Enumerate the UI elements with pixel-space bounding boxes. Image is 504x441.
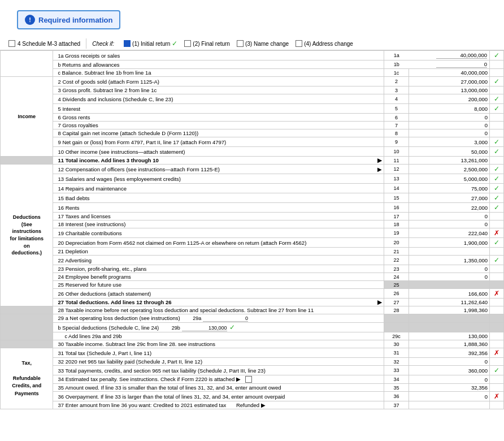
line-1a-value[interactable]: [436, 52, 487, 59]
line-27-row: 27 Total deductions. Add lines 12 throug…: [1, 299, 504, 306]
line-35-icon: [490, 384, 504, 392]
check-if-label: Check if:: [92, 41, 114, 47]
line-1a-icon: ✓: [490, 51, 504, 60]
line-21-row: 21 Depletion 21: [1, 248, 504, 256]
line-37-value: [409, 401, 489, 409]
line-10-icon: ✓: [490, 147, 504, 157]
line-33-row: 33 Total payments, credits, and section …: [1, 366, 504, 375]
line-16-icon: ✓: [490, 203, 504, 213]
line-29a-input[interactable]: [203, 315, 248, 322]
schedule-m3-checkbox[interactable]: [8, 40, 15, 47]
line-7-value: 0: [409, 122, 489, 129]
line-26-icon: ✗: [490, 289, 504, 299]
line-3-value: 13,000,000: [409, 87, 489, 94]
line-25-value: [409, 281, 489, 289]
line-4-icon: ✓: [490, 94, 504, 104]
line-22-value: 1,350,000: [409, 256, 489, 265]
check-if-row: Check if: (1) Initial return ✓ (2) Final…: [92, 38, 496, 49]
line-19-row: 19 Charitable contributions 19 222,040 ✗: [1, 228, 504, 238]
line-29-section: [1, 314, 53, 340]
line-1b-value[interactable]: [436, 61, 487, 68]
line-29a-icon: [490, 314, 504, 323]
line-29b-desc: b Special deductions (Schedule C, line 2…: [53, 323, 384, 332]
line-35-desc: 35 Amount owed. If line 33 is smaller th…: [53, 384, 384, 392]
line-29b-input[interactable]: [182, 325, 227, 331]
option-initial-return[interactable]: (1) Initial return ✓: [124, 40, 177, 47]
line-20-desc: 20 Depreciation from Form 4562 not claim…: [53, 238, 384, 248]
line-8-icon: [490, 129, 504, 137]
line-37-icon: [490, 401, 504, 409]
line-8-value: 0: [409, 129, 489, 137]
line-34-row: 34 Estimated tax penalty. See instructio…: [1, 375, 504, 384]
line-4-desc: 4 Dividends and inclusions (Schedule C, …: [53, 94, 384, 104]
line-27-desc: 27 Total deductions. Add lines 12 throug…: [53, 299, 384, 306]
line-29b-shaded: [409, 323, 489, 332]
line-1b-desc: b Returns and allowances: [53, 60, 384, 69]
line-15-value: 27,000: [409, 193, 489, 203]
line-4-row: 4 Dividends and inclusions (Schedule C, …: [1, 94, 504, 104]
line-33-desc: 33 Total payments, credits, and section …: [53, 366, 384, 375]
line-18-desc: 18 Interest (see instructions): [53, 220, 384, 228]
line-2-row: Income 2 Cost of goods sold (attach Form…: [1, 77, 504, 87]
line-28-row: 28 Taxable income before net operating l…: [1, 306, 504, 314]
line-6-icon: [490, 114, 504, 122]
option-address-change[interactable]: (4) Address change: [296, 40, 353, 47]
line-22-row: 22 Advertising 22 1,350,000 ✓: [1, 256, 504, 265]
line-10-row: 10 Other income (see instructions—attach…: [1, 147, 504, 157]
line-32-value: 0: [409, 358, 489, 366]
line-16-value: 22,000: [409, 203, 489, 213]
option-name-change[interactable]: (3) Name change: [237, 40, 289, 47]
line-15-row: 15 Bad debts 15 27,000 ✓: [1, 193, 504, 203]
line-21-icon: [490, 248, 504, 256]
main-form-table: 1a Gross receipts or sales 1a ✓ b Return…: [0, 50, 504, 409]
line-18-icon: [490, 220, 504, 228]
line-26-desc: 26 Other deductions (attach statement): [53, 289, 384, 299]
line-19-value: 222,040: [409, 228, 489, 238]
line-24-desc: 24 Employee benefit programs: [53, 273, 384, 281]
line-34-value: 0: [409, 375, 489, 384]
line-11-section: [1, 157, 53, 165]
line-23-desc: 23 Pension, profit-sharing, etc., plans: [53, 265, 384, 273]
line-5-row: 5 Interest 5 8,000 ✓: [1, 104, 504, 114]
line-12-value: 2,500,000: [409, 165, 489, 174]
line-6-row: 6 Gross rents 6 0: [1, 114, 504, 122]
line-31-icon: ✗: [490, 348, 504, 358]
line-24-row: 24 Employee benefit programs 24 0: [1, 273, 504, 281]
line-1a-row: 1a Gross receipts or sales 1a ✓: [1, 51, 504, 60]
line-30-row: 30 Taxable income. Subtract line 29c fro…: [1, 340, 504, 348]
line-29c-row: c Add lines 29a and 29b 29c 130,000: [1, 332, 504, 340]
line-1b-input[interactable]: [409, 60, 489, 69]
line-11-desc: 11 Total income. Add lines 3 through 10 …: [53, 157, 384, 165]
line-36-icon: ✗: [490, 392, 504, 401]
line-5-icon: ✓: [490, 104, 504, 114]
line-1b-label: 1b: [384, 60, 409, 69]
line-35-row: 35 Amount owed. If line 33 is smaller th…: [1, 384, 504, 392]
line-32-desc: 32 2020 net 965 tax liability paid (Sche…: [53, 358, 384, 366]
line-31-desc: 31 Total tax (Schedule J, Part I, line 1…: [53, 348, 384, 358]
line-28-section: [1, 306, 53, 314]
line-22-desc: 22 Advertising: [53, 256, 384, 265]
option-final-return[interactable]: (2) Final return: [184, 40, 230, 47]
line-36-value: 0: [409, 392, 489, 401]
line-28-value: 1,998,360: [409, 306, 489, 314]
line-16-desc: 16 Rents: [53, 203, 384, 213]
line-27-icon: [490, 299, 504, 306]
line-1a-input[interactable]: [409, 51, 489, 60]
income-label: [1, 51, 53, 77]
schedule-m3-label[interactable]: 4 Schedule M-3 attached: [8, 40, 80, 47]
line-7-icon: [490, 122, 504, 129]
line-1c-icon: [490, 69, 504, 77]
line-31-row: Tax,RefundableCredits, andPayments 31 To…: [1, 348, 504, 358]
line-6-value: 0: [409, 114, 489, 122]
line-1b-icon: [490, 60, 504, 69]
line-17-row: 17 Taxes and licenses 17 0: [1, 213, 504, 220]
line-17-icon: [490, 213, 504, 220]
line-29c-desc: c Add lines 29a and 29b: [53, 332, 384, 340]
line-23-icon: [490, 265, 504, 273]
tax-label: Tax,RefundableCredits, andPayments: [1, 348, 53, 409]
line-13-row: 13 Salaries and wages (less employeement…: [1, 174, 504, 184]
line-10-value: 50,000: [409, 147, 489, 157]
line-1c-value: 40,000,000: [409, 69, 489, 77]
line-30-section: [1, 340, 53, 348]
line-9-desc: 9 Net gain or (loss) from Form 4797, Par…: [53, 137, 384, 147]
